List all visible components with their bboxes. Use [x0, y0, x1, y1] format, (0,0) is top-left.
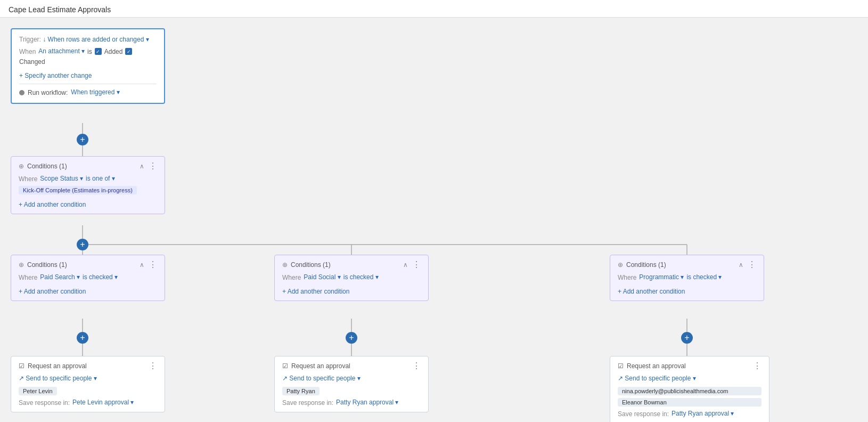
run-value-dropdown[interactable]: When triggered ▾	[71, 88, 119, 96]
conditions-main-header: ⊕ Conditions (1) ∧ ⋮	[19, 162, 157, 171]
save-value-left-dropdown[interactable]: Pete Levin approval ▾	[72, 399, 134, 407]
paid-search-dropdown[interactable]: Paid Search ▾	[40, 273, 80, 281]
more-options-approval-right[interactable]: ⋮	[753, 362, 761, 370]
conditions-main-field-dropdown[interactable]: Scope Status ▾	[40, 175, 83, 183]
person-tag-right: Eleanor Bowman	[618, 398, 761, 407]
conditions-middle-card: ⊕ Conditions (1) ∧ ⋮ Where Paid Social ▾…	[274, 255, 429, 301]
conditions-middle-header: ⊕ Conditions (1) ∧ ⋮	[282, 261, 421, 269]
conditions-right-operator-dropdown[interactable]: is checked ▾	[686, 273, 722, 281]
trigger-when-row: When An attachment ▾ is ✓ Added ✓ Change…	[19, 47, 157, 66]
plus-button-left[interactable]: +	[77, 332, 88, 344]
workflow-canvas: Trigger: ↓ When rows are added or change…	[0, 18, 868, 422]
approval-middle-card: ☑ Request an approval ⋮ ↗ Send to specif…	[274, 356, 429, 412]
specify-change-link[interactable]: + Specify another change	[19, 72, 92, 79]
conditions-right-where-row: Where Programmatic ▾ is checked ▾	[618, 273, 756, 281]
plus-button-middle[interactable]: +	[346, 332, 357, 344]
save-row-right: Save response in: Patty Ryan approval ▾	[618, 410, 761, 418]
paid-social-dropdown[interactable]: Paid Social ▾	[304, 273, 340, 281]
send-people-right-dropdown[interactable]: ↗ Send to specific people ▾	[618, 375, 696, 383]
save-value-right-dropdown[interactable]: Patty Ryan approval ▾	[672, 410, 734, 418]
conditions-main-where-row: Where Scope Status ▾ is one of ▾	[19, 175, 157, 183]
conditions-left-card: ⊕ Conditions (1) ∧ ⋮ Where Paid Search ▾…	[11, 255, 165, 301]
save-row-middle: Save response in: Patty Ryan approval ▾	[282, 399, 421, 407]
more-options-right[interactable]: ⋮	[748, 261, 756, 269]
more-options-middle[interactable]: ⋮	[412, 261, 421, 269]
page-title: Cape Lead Estimate Approvals	[0, 0, 868, 18]
approval-icon-right: ☑	[618, 362, 624, 370]
approval-left-card: ☑ Request an approval ⋮ ↗ Send to specif…	[11, 356, 165, 412]
trigger-card: Trigger: ↓ When rows are added or change…	[11, 28, 165, 104]
send-people-left-dropdown[interactable]: ↗ Send to specific people ▾	[19, 375, 97, 383]
conditions-middle-title: Conditions (1)	[291, 261, 331, 269]
more-options-left[interactable]: ⋮	[149, 261, 157, 269]
collapse-icon-right[interactable]: ∧	[739, 261, 743, 269]
conditions-right-card: ⊕ Conditions (1) ∧ ⋮ Where Programmatic …	[610, 255, 764, 301]
conditions-main-tag: Kick-Off Complete (Estimates in-progress…	[19, 186, 137, 194]
collapse-icon-middle[interactable]: ∧	[403, 261, 408, 269]
approval-icon-left: ☑	[19, 362, 24, 370]
approval-left-send-row: ↗ Send to specific people ▾	[19, 375, 157, 383]
approval-left-title: Request an approval	[28, 362, 87, 370]
person-tag-left: Peter Levin	[19, 387, 57, 395]
approval-icon-middle: ☑	[282, 362, 288, 370]
person-tag-middle: Patty Ryan	[282, 387, 320, 395]
programmatic-dropdown[interactable]: Programmatic ▾	[639, 273, 684, 281]
when-field-dropdown[interactable]: An attachment ▾	[38, 47, 85, 55]
collapse-icon-left[interactable]: ∧	[140, 261, 144, 269]
conditions-middle-operator-dropdown[interactable]: is checked ▾	[343, 273, 379, 281]
save-row-left: Save response in: Pete Levin approval ▾	[19, 399, 157, 407]
conditions-left-operator-dropdown[interactable]: is checked ▾	[83, 273, 118, 281]
plus-button-2[interactable]: +	[77, 239, 88, 250]
plus-button-right[interactable]: +	[681, 332, 693, 344]
send-people-middle-dropdown[interactable]: ↗ Send to specific people ▾	[282, 375, 361, 383]
conditions-right-add-link[interactable]: + Add another condition	[618, 288, 685, 295]
approval-left-header: ☑ Request an approval ⋮	[19, 362, 157, 370]
run-workflow-row: Run workflow: When triggered ▾	[19, 88, 157, 96]
filter-icon-left: ⊕	[19, 261, 24, 269]
approval-middle-title: Request an approval	[291, 362, 350, 370]
trigger-divider	[19, 84, 157, 84]
more-options-icon[interactable]: ⋮	[149, 162, 157, 171]
conditions-main-card: ⊕ Conditions (1) ∧ ⋮ Where Scope Status …	[11, 156, 165, 214]
approval-right-title: Request an approval	[627, 362, 686, 370]
save-value-middle-dropdown[interactable]: Patty Ryan approval ▾	[336, 399, 398, 407]
more-options-approval-left[interactable]: ⋮	[149, 362, 157, 370]
approval-middle-header: ☑ Request an approval ⋮	[282, 362, 421, 370]
filter-icon-middle: ⊕	[282, 261, 288, 269]
conditions-middle-add-link[interactable]: + Add another condition	[282, 288, 349, 295]
approval-right-header: ☑ Request an approval ⋮	[618, 362, 761, 370]
conditions-main-add-link[interactable]: + Add another condition	[19, 201, 86, 208]
filter-icon-right: ⊕	[618, 261, 623, 269]
approval-right-card: ☑ Request an approval ⋮ ↗ Send to specif…	[610, 356, 769, 422]
added-checkbox[interactable]: ✓	[95, 48, 102, 55]
conditions-main-operator-dropdown[interactable]: is one of ▾	[86, 175, 115, 183]
email-tag-right: nina.powderly@publicishealthmedia.com	[618, 387, 761, 395]
filter-icon: ⊕	[19, 163, 24, 170]
approval-right-send-row: ↗ Send to specific people ▾	[618, 375, 761, 383]
conditions-main-title: Conditions (1)	[27, 163, 67, 170]
more-options-approval-middle[interactable]: ⋮	[412, 362, 421, 370]
conditions-left-header: ⊕ Conditions (1) ∧ ⋮	[19, 261, 157, 269]
trigger-label: Trigger: ↓ When rows are added or change…	[19, 36, 157, 43]
plus-button-1[interactable]: +	[77, 134, 88, 145]
conditions-middle-where-row: Where Paid Social ▾ is checked ▾	[282, 273, 421, 281]
conditions-right-title: Conditions (1)	[626, 261, 666, 269]
conditions-left-where-row: Where Paid Search ▾ is checked ▾	[19, 273, 157, 281]
conditions-left-title: Conditions (1)	[27, 261, 67, 269]
changed-checkbox[interactable]: ✓	[125, 48, 132, 55]
approval-middle-send-row: ↗ Send to specific people ▾	[282, 375, 421, 383]
run-bullet	[19, 90, 24, 95]
conditions-left-add-link[interactable]: + Add another condition	[19, 288, 86, 295]
trigger-value[interactable]: ↓ When rows are added or changed ▾	[43, 36, 149, 44]
collapse-icon[interactable]: ∧	[140, 163, 144, 170]
conditions-right-header: ⊕ Conditions (1) ∧ ⋮	[618, 261, 756, 269]
